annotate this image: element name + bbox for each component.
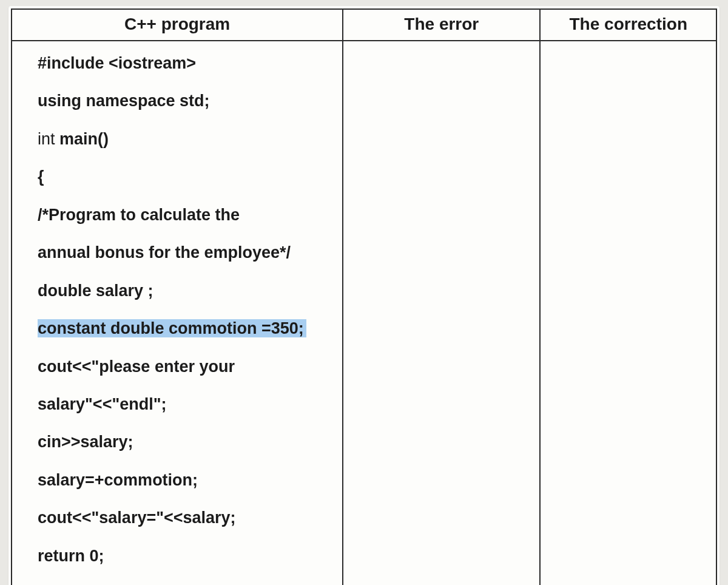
code-line: int main() <box>38 128 325 150</box>
code-line: annual bonus for the employee*/ <box>38 242 325 263</box>
code-line: #include <iostream> <box>38 52 325 74</box>
code-line: using namespace std; <box>38 90 325 112</box>
code-line: salary"<<"endl"; <box>38 393 325 415</box>
error-cell <box>343 41 540 585</box>
code-line: } <box>38 583 325 585</box>
code-line: cin>>salary; <box>38 431 325 453</box>
header-program: C++ program <box>12 9 343 41</box>
header-correction: The correction <box>540 9 716 41</box>
code-line: return 0; <box>38 545 325 567</box>
worksheet-page: C++ program The error The correction #in… <box>8 6 720 585</box>
code-line-highlighted: constant double commotion =350; <box>38 317 306 339</box>
header-error: The error <box>343 9 540 41</box>
table-row: #include <iostream> using namespace std;… <box>12 41 716 585</box>
cpp-code-cell: #include <iostream> using namespace std;… <box>12 41 343 585</box>
text-selection[interactable]: constant double commotion =350; <box>38 319 306 337</box>
code-line: { <box>38 166 325 188</box>
code-line: /*Program to calculate the <box>38 204 325 226</box>
correction-cell <box>540 41 716 585</box>
code-line: cout<<"salary="<<salary; <box>38 507 325 529</box>
keyword-int: int <box>38 130 59 148</box>
code-text: main() <box>59 130 109 148</box>
code-line: double salary ; <box>38 280 325 302</box>
code-line: cout<<"please enter your <box>38 356 325 377</box>
table-header-row: C++ program The error The correction <box>12 9 716 41</box>
code-line: salary=+commotion; <box>38 469 325 491</box>
worksheet-table: C++ program The error The correction #in… <box>11 8 717 585</box>
